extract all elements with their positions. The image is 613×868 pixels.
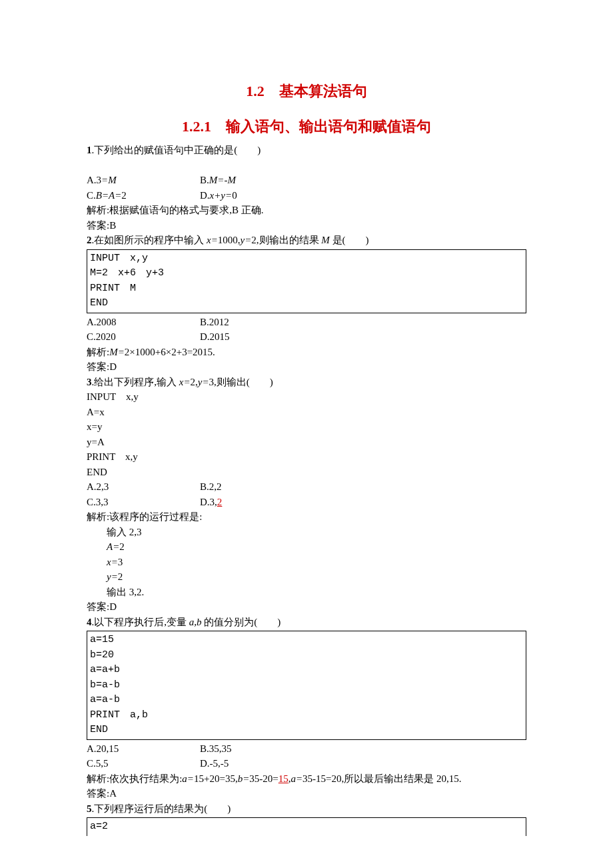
q1-stem: 1.下列给出的赋值语句中正确的是( ) [87,143,526,158]
q4-d: D.-5,-5 [200,756,313,771]
q4-code-1: a=15 [90,633,523,648]
q1-exp: 解析:根据赋值语句的格式与要求,B 正确. [87,203,526,218]
q2-exp-rest: 2×1000+6×2+3=2015. [125,347,215,357]
q2-exp-pre: 解析: [87,347,109,357]
q3-code-5: PRINT x,y [87,449,526,465]
q2-xv: 1000, [218,235,241,245]
q3-xv: 2, [191,377,198,387]
q4-row1: A.20,15 B.35,35 [87,741,526,757]
q2-m: M [321,235,330,245]
q3-c: C.3,3 [87,495,200,510]
q3-s3a: x= [107,557,118,567]
q3-t1: .给出下列程序,输入 [92,377,179,387]
q1-d-0: 0 [232,190,237,201]
q2-t1: .在如图所示的程序中输入 [92,235,207,245]
q2-x: x= [207,235,218,245]
content-body: 1.下列给出的赋值语句中正确的是( ) A.3=M B.M=-M C.B=A=2… [87,143,526,836]
q4-ans: 答案:A [87,786,526,801]
q2-end: 是( ) [330,235,369,245]
q3-code-2: A=x [87,405,526,420]
q2-row2: C.2020 D.2015 [87,329,526,345]
q3-x: x= [179,377,191,387]
q2-exp-m: M= [109,347,125,357]
q4-stem: 4.以下程序执行后,变量 a,b 的值分别为( ) [87,615,526,630]
q3-code-3: x=y [87,419,526,435]
q4-eb15: 15 [279,773,289,784]
q1-ans: 答案:B [87,218,526,233]
q2-yv: 2,则输出的结果 [251,235,321,245]
q1-c-m: B=A= [96,190,122,201]
q2-exp: 解析:M=2×1000+6×2+3=2015. [87,345,526,360]
q4-ea1v: 15+20=35, [194,773,238,784]
q4-num: 4 [87,617,92,627]
q4-ea2: a= [291,773,303,784]
q2-a: A.2008 [87,315,200,330]
q4-code-6: PRINT a,b [90,708,523,723]
q2-ans: 答案:D [87,359,526,375]
q2-b: B.2012 [200,315,313,330]
subsection-title: 1.2.1 输入语句、输出语句和赋值语句 [87,115,526,137]
q1-row1: A.3=M B.M=-M [87,173,526,188]
q3-s4v: 2 [118,571,123,582]
q2-num: 2 [87,235,92,245]
q4-eb1v: 35-20= [249,773,278,784]
q3-step1: 输入 2,3 [87,525,526,540]
q2-stem: 2.在如图所示的程序中输入 x=1000,y=2,则输出的结果 M 是( ) [87,233,526,248]
q3-num: 3 [87,377,92,387]
q3-code-4: y=A [87,435,526,450]
q3-a: A.2,3 [87,479,200,495]
q3-s3v: 3 [118,557,123,567]
q4-eb1: b= [238,773,250,784]
q3-row2: C.3,3 D.3,2 [87,495,526,510]
q3-s2a: A= [107,541,119,552]
q1-a-m: =M [101,175,117,185]
q4-ea2v: 35-15=20,所以最后输出结果是 20,15. [303,773,461,784]
q1-b-pre: B. [200,175,209,185]
q5-text: .下列程序运行后的结果为( ) [92,803,231,814]
q1-d-pre: D. [200,190,210,201]
q3-exp-head: 解析:该程序的运行过程是: [87,509,526,525]
q2-y: y= [241,235,252,245]
q3-d-val: 2 [217,497,223,507]
q2-c: C.2020 [87,329,200,345]
q4-b: B.35,35 [200,741,313,757]
q1-text: .下列给出的赋值语句中正确的是( ) [92,145,261,155]
q1-a-pre: A.3 [87,175,101,185]
q2-code-box: INPUT x,y M=2 x+6 y+3 PRINT M END [87,249,526,313]
q4-exp-pre: 解析:依次执行结果为: [87,773,182,784]
q2-code-2: M=2 x+6 y+3 [90,266,523,281]
q4-code-3: a=a+b [90,663,523,678]
q1-c-pre: C. [87,190,96,201]
page: 1.2 基本算法语句 1.2.1 输入语句、输出语句和赋值语句 1.下列给出的赋… [0,0,613,868]
q3-yv: 3,则输出( ) [209,377,273,387]
q3-s4a: y= [107,571,118,582]
q1-num: 1 [87,145,92,155]
q3-code-1: INPUT x,y [87,389,526,405]
q4-ab: a,b [189,617,202,627]
q4-exp: 解析:依次执行结果为:a=15+20=35,b=35-20=15,a=35-15… [87,771,526,787]
q1-d-m: x+y= [210,190,233,201]
q3-stem: 3.给出下列程序,输入 x=2,y=3,则输出( ) [87,375,526,390]
q2-row1: A.2008 B.2012 [87,315,526,330]
q4-t1: .以下程序执行后,变量 [92,617,189,627]
q1-b-m: M=-M [209,175,236,185]
q3-step5: 输出 3,2. [87,585,526,600]
q3-s2v: 2 [119,541,125,552]
q5-code-1: a=2 [90,819,523,835]
q1-spacer [87,158,526,173]
q5-code-box: a=2 [87,817,526,836]
q4-code-7: END [90,723,523,738]
q1-c-2: 2 [121,190,127,201]
q3-step4: y=2 [87,569,526,585]
q3-d-pre: D.3, [200,497,217,507]
q3-ans: 答案:D [87,599,526,615]
q4-code-2: b=20 [90,648,523,663]
q3-step2: A=2 [87,539,526,555]
q5-num: 5 [87,803,92,814]
q3-b: B.2,2 [200,479,313,495]
q3-step3: x=3 [87,555,526,570]
q3-code-6: END [87,465,526,480]
q3-y: y= [198,377,209,387]
q4-ea1: a= [182,773,194,784]
q4-a: A.20,15 [87,741,200,757]
